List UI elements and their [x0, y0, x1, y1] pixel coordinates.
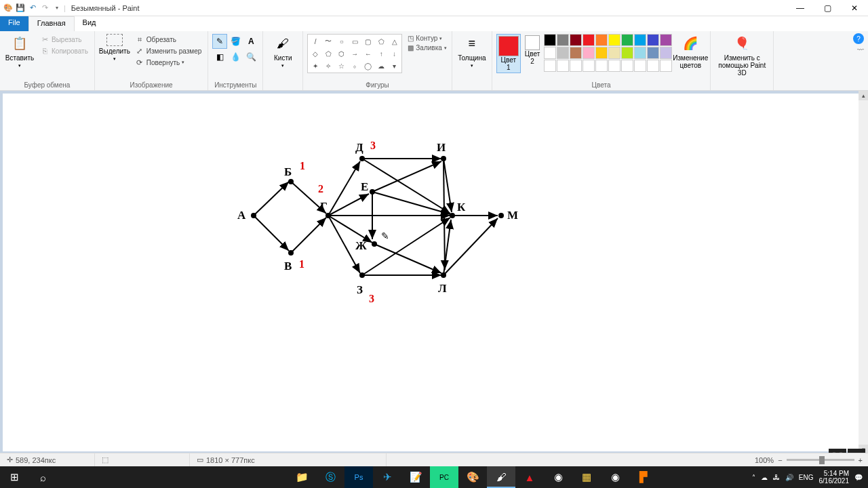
picker-tool[interactable]: 💧 — [228, 49, 243, 64]
ribbon: ? 〰 📋 Вставить ▾ ✂Вырезать ⎘Копировать Б… — [0, 31, 868, 91]
palette-color[interactable] — [647, 47, 659, 59]
task-telegram[interactable]: ✈ — [373, 466, 401, 488]
palette-color[interactable] — [570, 34, 582, 46]
cut-button[interactable]: ✂Вырезать — [38, 34, 90, 45]
palette-color[interactable] — [583, 47, 595, 59]
zoom-slider[interactable] — [787, 459, 854, 461]
redo-icon[interactable]: ↷ — [39, 3, 50, 14]
shape-fill-button[interactable]: ▩Заливка▾ — [407, 43, 448, 52]
scroll-up-icon[interactable]: ▴ — [859, 91, 868, 100]
task-photoshop[interactable]: Ps — [344, 466, 373, 488]
tray-onedrive-icon[interactable]: ☁ — [761, 474, 768, 481]
palette-empty[interactable] — [647, 60, 659, 72]
palette-empty[interactable] — [621, 60, 633, 72]
tray-network-icon[interactable]: 🖧 — [773, 474, 780, 481]
palette-color[interactable] — [557, 34, 569, 46]
palette-color[interactable] — [595, 47, 608, 59]
size-button[interactable]: ≡ Толщина ▾ — [456, 34, 488, 68]
color-palette[interactable] — [544, 34, 672, 72]
shapes-gallery[interactable]: /〜○▭▢⬠△ ◇⬠⬡→←↑↓ ✦✧☆⬨◯☁▾ — [307, 34, 402, 73]
maximize-button[interactable]: ▢ — [814, 0, 841, 16]
file-tab[interactable]: File — [0, 16, 28, 31]
resize-button[interactable]: ⤢Изменить размер — [133, 45, 203, 56]
start-button[interactable]: ⊞ — [0, 466, 28, 488]
palette-color[interactable] — [583, 34, 595, 46]
color1-button[interactable]: Цвет 1 — [496, 34, 521, 73]
palette-color[interactable] — [660, 47, 672, 59]
zoom-in-button[interactable]: + — [859, 456, 863, 464]
select-button[interactable]: Выделить ▾ — [99, 34, 130, 62]
palette-color[interactable] — [595, 34, 608, 46]
home-tab[interactable]: Главная — [28, 16, 75, 31]
shapes-group: /〜○▭▢⬠△ ◇⬠⬡→←↑↓ ✦✧☆⬨◯☁▾ ◳Контур▾ ▩Заливк… — [302, 31, 452, 90]
palette-color[interactable] — [621, 34, 633, 46]
pencil-tool[interactable]: ✎ — [212, 34, 227, 49]
zoom-tool[interactable]: 🔍 — [243, 49, 258, 64]
view-tab[interactable]: Вид — [75, 16, 104, 31]
svg-line-1 — [254, 216, 289, 251]
collapse-ribbon-icon[interactable]: 〰 — [857, 46, 864, 54]
copy-button[interactable]: ⎘Копировать — [38, 45, 90, 56]
text-tool[interactable]: A — [243, 34, 258, 49]
palette-empty[interactable] — [583, 60, 595, 72]
palette-empty[interactable] — [608, 60, 620, 72]
palette-empty[interactable] — [634, 60, 646, 72]
rotate-button[interactable]: ⟳Повернуть ▾ — [133, 57, 203, 68]
task-chrome2[interactable]: ◉ — [601, 466, 629, 488]
search-button[interactable]: ⌕ — [28, 466, 57, 488]
task-notepadpp[interactable]: 📝 — [401, 466, 430, 488]
qat-dropdown-icon[interactable]: ▾ — [52, 3, 62, 14]
paint3d-button[interactable]: 🎈 Изменить с помощью Paint 3D — [715, 34, 769, 77]
color2-button[interactable]: Цвет 2 — [524, 34, 541, 66]
palette-color[interactable] — [634, 34, 646, 46]
task-pycharm[interactable]: PC — [430, 466, 458, 488]
palette-color[interactable] — [647, 34, 659, 46]
crop-button[interactable]: ⌗Обрезать — [133, 34, 203, 45]
tray-notifications-icon[interactable]: 💬 — [854, 474, 863, 481]
fill-tool[interactable]: 🪣 — [228, 34, 243, 49]
zoom-out-button[interactable]: − — [778, 456, 782, 464]
minimize-button[interactable]: — — [787, 0, 814, 16]
palette-color[interactable] — [621, 47, 633, 59]
edit-colors-button[interactable]: 🌈 Изменение цветов — [675, 34, 706, 69]
tray-volume-icon[interactable]: 🔊 — [785, 474, 793, 481]
task-chrome[interactable]: ◉ — [544, 466, 572, 488]
brushes-button[interactable]: 🖌 Кисти ▾ — [267, 34, 298, 68]
vertical-scrollbar[interactable]: ▴ ▾ — [859, 91, 868, 454]
palette-empty[interactable] — [544, 60, 556, 72]
task-paint-classic[interactable]: 🎨 — [458, 466, 487, 488]
palette-color[interactable] — [570, 47, 582, 59]
paste-button[interactable]: 📋 Вставить ▾ — [4, 34, 35, 68]
shape-outline-button[interactable]: ◳Контур▾ — [407, 34, 448, 43]
save-icon[interactable]: 💾 — [15, 3, 26, 14]
tray-expand-icon[interactable]: ˄ — [752, 474, 755, 481]
tools-group-label: Инструменты — [212, 80, 258, 90]
help-icon[interactable]: ? — [853, 33, 864, 44]
copy-icon: ⎘ — [40, 46, 50, 56]
palette-color[interactable] — [557, 47, 569, 59]
tray-clock[interactable]: 5:14 PM 6/16/2021 — [819, 470, 850, 485]
palette-color[interactable] — [634, 47, 646, 59]
task-explorer[interactable]: 📁 — [288, 466, 316, 488]
palette-color[interactable] — [608, 34, 620, 46]
palette-color[interactable] — [608, 47, 620, 59]
task-paint[interactable]: 🖌 — [487, 466, 515, 488]
palette-color[interactable] — [544, 47, 556, 59]
undo-icon[interactable]: ↶ — [27, 3, 38, 14]
task-skype[interactable]: Ⓢ — [316, 466, 344, 488]
palette-color[interactable] — [544, 34, 556, 46]
canvas[interactable]: А Б В Г Д Е Ж З И К Л М 1 1 2 3 3 ✎ — [3, 94, 859, 451]
close-button[interactable]: ✕ — [841, 0, 868, 16]
task-recorder[interactable]: ▛ — [629, 466, 658, 488]
palette-empty[interactable] — [595, 60, 608, 72]
palette-empty[interactable] — [557, 60, 569, 72]
tray-language[interactable]: ENG — [799, 474, 814, 481]
task-notes[interactable]: ▦ — [572, 466, 601, 488]
task-acrobat[interactable]: ▲ — [515, 466, 544, 488]
paste-label: Вставить — [5, 54, 34, 62]
eraser-tool[interactable]: ◧ — [212, 49, 227, 64]
palette-color[interactable] — [660, 34, 672, 46]
select-icon — [106, 34, 123, 46]
palette-empty[interactable] — [570, 60, 582, 72]
palette-empty[interactable] — [660, 60, 672, 72]
